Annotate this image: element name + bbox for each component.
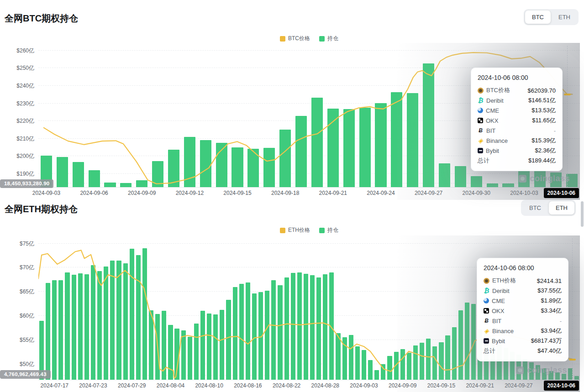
oi-bar-2024-08-03[interactable] (162, 311, 166, 380)
oi-bar-2024-09-13[interactable] (200, 140, 211, 187)
oi-bar-2024-08-14[interactable] (233, 287, 237, 380)
oi-bar-2024-09-12[interactable] (420, 343, 424, 380)
oi-bar-2024-08-22[interactable] (284, 277, 289, 380)
oi-bar-2024-09-08[interactable] (394, 352, 399, 380)
oi-bar-2024-09-05[interactable] (374, 370, 379, 380)
oi-bar-2024-09-19[interactable] (295, 116, 307, 187)
oi-bar-2024-09-22[interactable] (343, 109, 355, 187)
oi-bar-2024-07-31[interactable] (142, 248, 147, 380)
oi-bar-2024-10-01[interactable] (487, 183, 498, 187)
oi-bar-2024-09-10[interactable] (407, 353, 411, 380)
oi-bar-2024-08-16[interactable] (246, 282, 250, 380)
oi-bar-2024-07-17[interactable] (52, 280, 57, 380)
oi-bar-2024-08-08[interactable] (194, 324, 199, 380)
oi-bar-2024-09-01[interactable] (349, 335, 353, 380)
oi-bar-2024-08-06[interactable] (181, 330, 186, 380)
oi-bar-2024-08-24[interactable] (297, 272, 302, 380)
oi-bar-2024-08-02[interactable] (155, 314, 160, 380)
oi-bar-2024-09-08[interactable] (120, 183, 132, 187)
oi-bar-2024-09-24[interactable] (375, 103, 386, 187)
oi-bar-2024-09-07[interactable] (387, 356, 392, 380)
oi-bar-2024-08-19[interactable] (265, 291, 269, 380)
oi-bar-2024-09-27[interactable] (423, 63, 434, 187)
oi-bar-2024-07-30[interactable] (136, 255, 141, 380)
btc-toggle-eth-button[interactable]: ETH (552, 10, 577, 24)
oi-bar-2024-07-19[interactable] (65, 272, 69, 380)
oi-bar-2024-08-20[interactable] (271, 280, 276, 380)
oi-bar-2024-09-23[interactable] (359, 108, 371, 187)
oi-bar-2024-10-05[interactable] (550, 172, 562, 187)
oi-bar-2024-10-02[interactable] (502, 183, 514, 187)
oi-bar-2024-08-23[interactable] (291, 273, 295, 380)
oi-bar-2024-08-29[interactable] (329, 272, 334, 380)
oi-bar-2024-09-29[interactable] (529, 362, 534, 380)
eth-legend-item-open-interest[interactable]: 持仓 (319, 226, 338, 234)
oi-bar-2024-10-03[interactable] (518, 169, 530, 187)
oi-bar-2024-08-26[interactable] (310, 275, 315, 380)
oi-bar-2024-09-20[interactable] (471, 304, 476, 380)
eth-toggle-btc-button[interactable]: BTC (522, 201, 548, 214)
oi-bar-2024-09-28[interactable] (439, 163, 450, 187)
oi-bar-2024-07-25[interactable] (104, 267, 108, 380)
oi-bar-2024-08-21[interactable] (278, 285, 282, 380)
oi-bar-2024-09-05[interactable] (73, 162, 84, 187)
oi-bar-2024-09-04[interactable] (57, 157, 68, 187)
oi-bar-2024-08-25[interactable] (304, 274, 308, 380)
oi-bar-2024-09-19[interactable] (465, 303, 469, 380)
oi-bar-2024-10-04[interactable] (562, 374, 566, 380)
oi-bar-2024-08-13[interactable] (226, 300, 231, 380)
oi-bar-2024-09-14[interactable] (216, 143, 227, 187)
oi-bar-2024-08-30[interactable] (336, 333, 340, 380)
oi-bar-2024-10-05[interactable] (568, 368, 573, 380)
oi-bar-2024-09-20[interactable] (311, 98, 323, 187)
eth-toggle-eth-button[interactable]: ETH (549, 201, 574, 214)
oi-bar-2024-07-16[interactable] (46, 283, 50, 380)
btc-legend-item-price[interactable]: BTC价格 (280, 35, 310, 42)
oi-bar-2024-09-16[interactable] (445, 335, 450, 380)
oi-bar-2024-09-04[interactable] (368, 360, 373, 380)
oi-bar-2024-10-04[interactable] (534, 170, 546, 187)
oi-bar-2024-09-29[interactable] (455, 166, 466, 187)
oi-bar-2024-09-17[interactable] (263, 148, 275, 187)
oi-bar-2024-09-26[interactable] (407, 93, 418, 187)
oi-bar-2024-08-09[interactable] (200, 311, 205, 380)
oi-bar-2024-10-06[interactable] (566, 174, 578, 187)
oi-bar-2024-10-02[interactable] (548, 371, 553, 380)
oi-bar-2024-09-28[interactable] (523, 359, 527, 380)
oi-bar-2024-08-05[interactable] (174, 329, 179, 380)
oi-bar-2024-08-10[interactable] (207, 314, 211, 380)
oi-bar-2024-09-09[interactable] (136, 180, 147, 187)
eth-legend-item-price[interactable]: ETH价格 (280, 226, 310, 234)
oi-bar-2024-08-12[interactable] (220, 310, 224, 380)
oi-bar-2024-07-21[interactable] (78, 273, 83, 380)
oi-bar-2024-09-12[interactable] (184, 137, 195, 187)
oi-bar-2024-10-06[interactable] (574, 376, 579, 380)
oi-bar-2024-08-15[interactable] (239, 284, 244, 380)
oi-bar-2024-09-17[interactable] (452, 327, 457, 380)
oi-bar-2024-09-15[interactable] (231, 147, 243, 187)
oi-bar-2024-08-28[interactable] (323, 274, 327, 380)
oi-bar-2024-10-03[interactable] (555, 372, 560, 380)
oi-bar-2024-08-07[interactable] (188, 337, 192, 380)
oi-bar-2024-09-18[interactable] (279, 130, 291, 187)
oi-bar-2024-08-31[interactable] (342, 337, 347, 380)
oi-bar-2024-09-11[interactable] (168, 150, 179, 187)
oi-bar-2024-09-30[interactable] (536, 365, 540, 380)
oi-bar-2024-08-27[interactable] (316, 277, 321, 380)
oi-bar-2024-09-16[interactable] (247, 149, 259, 187)
oi-bar-2024-09-15[interactable] (439, 342, 443, 380)
oi-bar-2024-07-18[interactable] (58, 280, 63, 380)
oi-bar-2024-08-17[interactable] (252, 293, 257, 380)
oi-bar-2024-07-27[interactable] (116, 261, 121, 380)
oi-bar-2024-07-22[interactable] (84, 274, 89, 380)
oi-bar-2024-09-30[interactable] (471, 176, 482, 187)
oi-bar-2024-09-14[interactable] (432, 346, 437, 380)
btc-toggle-btc-button[interactable]: BTC (525, 10, 551, 24)
btc-legend-item-open-interest[interactable]: 持仓 (319, 35, 338, 42)
oi-bar-2024-07-26[interactable] (110, 261, 115, 380)
oi-bar-2024-09-21[interactable] (327, 109, 339, 187)
oi-bar-2024-07-24[interactable] (97, 271, 102, 380)
oi-bar-2024-08-18[interactable] (258, 292, 263, 380)
oi-bar-2024-09-09[interactable] (400, 349, 405, 380)
oi-bar-2024-07-20[interactable] (72, 275, 76, 380)
